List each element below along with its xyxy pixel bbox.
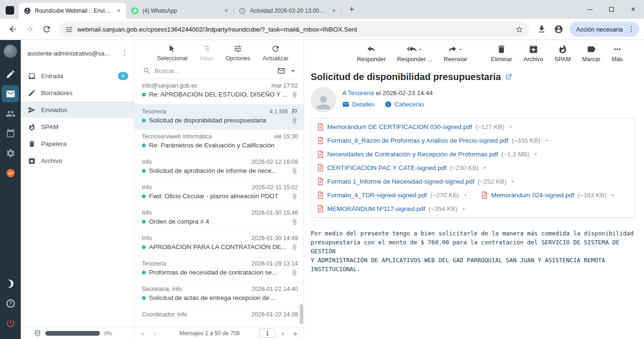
options-button[interactable]: Opciones: [225, 44, 250, 62]
profile-button[interactable]: [551, 21, 567, 37]
refresh-button[interactable]: Actualizar: [263, 44, 289, 62]
reply-all-caret-icon[interactable]: [417, 47, 423, 52]
attachment-menu-caret-icon[interactable]: [482, 165, 488, 171]
cpanel-button[interactable]: cP: [2, 164, 19, 181]
search-options-chevron-icon[interactable]: [289, 67, 297, 75]
folder-item[interactable]: Archivo: [21, 152, 134, 169]
browser-tabs: Roundcube Webmail :: Enviado × (4) Whats…: [19, 0, 341, 19]
contacts-task-button[interactable]: [2, 105, 19, 122]
list-scrollbar[interactable]: [300, 304, 303, 324]
site-settings-icon[interactable]: [65, 25, 73, 33]
next-page-button[interactable]: ›: [278, 330, 288, 337]
attachment-item[interactable]: Formato_4_TDR-signed-signed.pdf (~270 KB…: [317, 191, 469, 199]
archive-button[interactable]: Archivo: [523, 44, 543, 63]
address-bar[interactable]: webmail.sanjuan.gob.ec/cpsess1364244002/…: [59, 22, 529, 37]
dark-mode-button[interactable]: [2, 275, 19, 292]
attachment-menu-caret-icon[interactable]: [510, 178, 516, 185]
folder-item[interactable]: SPAM: [21, 118, 134, 135]
calendar-task-button[interactable]: [2, 125, 19, 142]
back-button[interactable]: [5, 21, 21, 37]
attachment-menu-caret-icon[interactable]: [508, 124, 514, 130]
attachment-item[interactable]: MEMORÁNDUM Nº117-signed.pdf (~354 KB): [317, 205, 467, 213]
attachment-menu-caret-icon[interactable]: [544, 137, 550, 144]
attachment-menu-caret-icon[interactable]: [533, 151, 539, 157]
minimize-button[interactable]: [579, 0, 601, 19]
message-row[interactable]: info@sanjuan.gob.ec mar 17:02 Re: APROBA…: [134, 79, 304, 105]
attachment-item[interactable]: Formato_8_Razón de Proformas y Análisis …: [317, 137, 550, 145]
select-button[interactable]: Seleccionar: [157, 44, 188, 62]
attachment-item[interactable]: Necesidades de Contratación y Recepción …: [317, 150, 539, 158]
attachment-item[interactable]: Formato 1_Informe de Necesidad-signed-si…: [317, 178, 516, 186]
attachment-name[interactable]: CERTIFICACION PAC Y CATE-signed.pdf: [327, 164, 446, 171]
browser-tab[interactable]: (4) WhatsApp ×: [126, 3, 234, 19]
whatsapp-icon: [131, 7, 139, 15]
attachment-name[interactable]: MEMORÁNDUM Nº117-signed.pdf: [327, 205, 425, 212]
browser-tab[interactable]: Actividad 2026-02-20 13:00:00 ×: [234, 3, 341, 19]
attachment-item[interactable]: Memorándum DE CERTIFICACION 030-signed.p…: [317, 123, 514, 131]
forward-caret-icon[interactable]: [458, 47, 463, 52]
help-button[interactable]: ?: [2, 295, 19, 312]
attachment-name[interactable]: Memorándum DE CERTIFICACION 030-signed.p…: [327, 123, 472, 130]
prev-page-button[interactable]: ‹: [150, 330, 160, 337]
attachment-menu-caret-icon[interactable]: [461, 206, 467, 212]
message-row[interactable]: Tesoreria 4.1 MB Solicitud de disponibil…: [134, 105, 304, 130]
first-page-button[interactable]: «: [138, 330, 148, 337]
attachment-name[interactable]: Formato_8_Razón de Proformas y Análisis …: [327, 137, 508, 144]
maximize-button[interactable]: [601, 0, 622, 19]
compose-button[interactable]: [2, 65, 19, 82]
folder-item[interactable]: Enviados: [21, 101, 134, 118]
message-row[interactable]: Info 2026-01-30 14:49 APROBACION PARA LA…: [134, 232, 304, 257]
forward-button[interactable]: [22, 21, 38, 37]
reload-button[interactable]: [39, 21, 55, 37]
mark-button[interactable]: Marcar: [582, 44, 601, 63]
message-row[interactable]: Info 2026-01-30 15:46 Orden de compra # …: [134, 206, 304, 232]
last-page-button[interactable]: »: [290, 330, 300, 337]
message-row[interactable]: Coordinador, Info 2026-01-22 14:39: [134, 308, 304, 327]
search-scope-mail-icon[interactable]: [277, 67, 285, 75]
tab-close-icon[interactable]: ×: [223, 7, 230, 15]
action-needed-button[interactable]: Acción necesaria ⋮: [570, 22, 639, 37]
attachment-item[interactable]: Memorándum 024-signed.pdf (~163 KB): [481, 191, 616, 199]
browser-menu-icon[interactable]: ⋮: [627, 25, 636, 33]
page-input[interactable]: [259, 329, 275, 338]
settings-task-button[interactable]: [2, 145, 19, 161]
spam-button[interactable]: SPAM: [554, 44, 571, 63]
bookmark-star-icon[interactable]: [515, 25, 523, 33]
message-row[interactable]: Secretaria, Info 2026-01-22 14:40 Solici…: [134, 282, 304, 308]
details-link[interactable]: Detalles: [342, 101, 374, 108]
threads-button[interactable]: Hilos: [200, 44, 213, 62]
tab-close-icon[interactable]: ×: [115, 7, 123, 15]
mail-task-button[interactable]: [2, 85, 19, 102]
attachment-name[interactable]: Necesidades de Contratación y Recepción …: [327, 151, 498, 158]
message-row[interactable]: Info 2026-02-12 16:09 Solicitud de aprob…: [134, 155, 304, 181]
attachment-name[interactable]: Formato 1_Informe de Necesidad-signed-si…: [327, 178, 474, 185]
attachment-item[interactable]: CERTIFICACION PAC Y CATE-signed.pdf (~23…: [317, 164, 488, 172]
attachment-name[interactable]: Formato_4_TDR-signed-signed.pdf: [327, 192, 427, 199]
attachment-menu-caret-icon[interactable]: [610, 192, 616, 198]
search-input[interactable]: [155, 67, 273, 74]
headers-link[interactable]: Cabeceras: [385, 101, 424, 108]
folder-item[interactable]: Entrada 4: [21, 67, 134, 84]
delete-button[interactable]: Eliminar: [491, 44, 512, 63]
more-button[interactable]: Más: [611, 44, 623, 63]
folder-item[interactable]: Papelera: [21, 135, 134, 152]
tab-close-icon[interactable]: ×: [330, 7, 338, 15]
message-row[interactable]: Info 2026-02-11 15:02 Fwd: Oficio Circul…: [134, 181, 304, 206]
folder-item[interactable]: Borradores: [21, 84, 134, 101]
app-logo[interactable]: [4, 45, 17, 58]
close-button[interactable]: ×: [622, 0, 644, 19]
message-row[interactable]: Tecnoserviweb Informática vie 15:30 Re: …: [134, 130, 304, 155]
forward-button[interactable]: Reenviar: [444, 44, 467, 63]
open-in-new-window-icon[interactable]: [504, 73, 512, 81]
attachment-menu-caret-icon[interactable]: [462, 192, 469, 198]
account-menu-icon[interactable]: ⋮: [120, 49, 129, 57]
attachment-name[interactable]: Memorándum 024-signed.pdf: [491, 192, 574, 199]
logout-button[interactable]: [2, 315, 19, 331]
new-tab-button[interactable]: +: [345, 3, 358, 16]
recipient-link[interactable]: Tesoreria: [348, 89, 374, 97]
downloads-button[interactable]: [534, 21, 550, 37]
reply-button[interactable]: Responder: [357, 44, 386, 63]
message-row[interactable]: Tesoreria 2026-01-29 13:14 Proformas de …: [134, 257, 304, 282]
reply-all-button[interactable]: Responder ...: [397, 44, 432, 63]
browser-tab[interactable]: Roundcube Webmail :: Enviado ×: [19, 3, 126, 19]
